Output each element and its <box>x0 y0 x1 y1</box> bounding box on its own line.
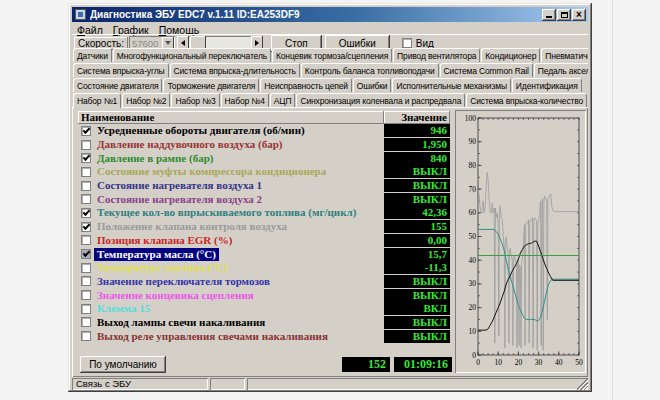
row-checkbox-checked[interactable] <box>81 153 91 163</box>
row-checkbox[interactable] <box>81 263 91 273</box>
table-row[interactable]: Температура топлива (°C)-11,3 <box>78 261 450 275</box>
row-label: Состояние нагревателя воздуха 1 <box>94 179 265 192</box>
checkbox-cell <box>78 208 94 218</box>
elapsed-time: 01:09:16 <box>394 357 452 372</box>
row-checkbox-checked[interactable] <box>81 222 91 232</box>
table-row[interactable]: Значение переключателя тормозовВЫКЛ <box>78 275 450 289</box>
chart-series-gray-jagged-trace <box>478 173 579 351</box>
tab[interactable]: АЦП <box>270 93 296 107</box>
row-checkbox[interactable] <box>81 181 91 191</box>
frame-counter: 152 <box>342 357 390 372</box>
row-checkbox[interactable] <box>81 140 91 150</box>
resize-grip[interactable] <box>577 379 588 390</box>
tab[interactable]: Система впрыска-длительность <box>170 63 300 77</box>
svg-text:50: 50 <box>469 232 477 241</box>
table-row[interactable]: Состояние муфты компрессора кондиционера… <box>78 165 450 179</box>
row-checkbox[interactable] <box>81 276 91 286</box>
table-row[interactable]: Положение клапана контроля воздуха155 <box>78 220 450 234</box>
close-button[interactable]: × <box>572 9 586 21</box>
svg-text:10: 10 <box>494 358 502 367</box>
tab[interactable]: Система впрыска-количество <box>466 93 587 107</box>
tab[interactable]: Неисправность цепей <box>260 78 352 92</box>
row-label: Значение переключателя тормозов <box>94 275 273 288</box>
table-row[interactable]: Давление в рампе (бар)840 <box>78 151 450 165</box>
row-checkbox[interactable] <box>81 167 91 177</box>
view-checkbox[interactable] <box>402 38 412 48</box>
tab-active[interactable]: Набор №1 <box>73 93 121 108</box>
svg-text:10: 10 <box>469 327 477 336</box>
table-row[interactable]: Выход лампы свечи накаливанияВЫКЛ <box>78 316 450 330</box>
row-label: Температура масла (°C) <box>94 248 219 261</box>
svg-text:30: 30 <box>535 358 543 367</box>
status-pane-2 <box>210 378 245 390</box>
table-row[interactable]: Выход реле управления свечами накаливани… <box>78 329 450 343</box>
tab[interactable]: Педаль акселератора <box>534 63 588 77</box>
row-checkbox-checked[interactable] <box>81 208 91 218</box>
row-checkbox[interactable] <box>81 290 91 300</box>
row-label: Текущее кол-во впрыскиваемого топлива (м… <box>94 206 359 219</box>
svg-text:0: 0 <box>472 351 476 360</box>
title-bar[interactable]: Диагностика ЭБУ EDC7 v.1.11 ID:EA253DF9 … <box>72 7 588 22</box>
row-checkbox[interactable] <box>81 331 91 341</box>
tab[interactable]: Пневматическая система <box>541 48 588 62</box>
table-row[interactable]: Клемма 15ВКЛ <box>78 302 450 316</box>
table-row[interactable]: Состояние нагревателя воздуха 1ВЫКЛ <box>78 179 450 193</box>
row-checkbox[interactable] <box>81 317 91 327</box>
status-connection-pane: Связь с ЭБУ <box>72 378 208 390</box>
tab[interactable]: Состояние двигателя <box>73 78 162 92</box>
tab[interactable]: Набор №3 <box>171 93 219 107</box>
tab[interactable]: Синхронизация коленвала и распредвала <box>296 93 465 107</box>
table-row[interactable]: Давление наддувочного воздуха (бар)1,950 <box>78 138 450 152</box>
checkbox-cell <box>78 249 94 259</box>
tab[interactable]: Исполнительные механизмы <box>392 78 510 92</box>
table-row[interactable]: Значение концевика сцепленияВЫКЛ <box>78 288 450 302</box>
checkbox-cell <box>78 263 94 273</box>
tab[interactable]: Набор №2 <box>122 93 170 107</box>
row-value: ВЫКЛ <box>384 275 450 288</box>
row-checkbox[interactable] <box>81 304 91 314</box>
row-label: Давление в рампе (бар) <box>94 152 216 165</box>
tab[interactable]: Кондиционер <box>481 48 540 62</box>
default-button[interactable]: По умолчанию <box>80 356 166 373</box>
table-row[interactable]: Состояние нагревателя воздуха 2ВЫКЛ <box>78 192 450 206</box>
app-window: Диагностика ЭБУ EDC7 v.1.11 ID:EA253DF9 … <box>68 3 592 392</box>
tab[interactable]: Концевик тормоза/сцепления <box>272 48 392 62</box>
row-checkbox-checked[interactable] <box>81 126 91 136</box>
svg-text:20: 20 <box>515 358 523 367</box>
tab[interactable]: Контроль баланса топливоподачи <box>301 63 439 77</box>
row-checkbox[interactable] <box>81 194 91 204</box>
header-value[interactable]: Значение <box>384 111 450 124</box>
tab[interactable]: Датчики <box>73 48 112 62</box>
table-row[interactable]: Усредненные обороты двигателя (об/мин)94… <box>78 124 450 138</box>
tab-row-3: Состояние двигателяТорможение двигателяН… <box>73 78 588 93</box>
svg-text:80: 80 <box>469 161 477 170</box>
row-value: ВКЛ <box>384 302 450 315</box>
tab[interactable]: Система Common Rail <box>440 63 533 77</box>
tab[interactable]: Ошибки <box>353 78 392 92</box>
arrow-left-icon <box>181 40 185 46</box>
row-value: 15,7 <box>384 248 450 261</box>
svg-text:0: 0 <box>476 358 480 367</box>
table-row[interactable]: Температура масла (°C)15,7 <box>78 247 450 261</box>
header-name[interactable]: Наименование <box>78 111 384 124</box>
table-row[interactable]: Позиция клапана EGR (%)0,00 <box>78 234 450 248</box>
maximize-button[interactable] <box>557 9 571 21</box>
tab[interactable]: Многофункциональный переключатель <box>113 48 271 62</box>
tab[interactable]: Идентификация <box>512 78 582 92</box>
chevron-down-icon <box>165 41 171 45</box>
tab[interactable]: Система впрыска-углы <box>73 63 169 77</box>
minimize-button[interactable] <box>542 9 556 21</box>
tab-row-2: Система впрыска-углыСистема впрыска-длит… <box>73 63 588 78</box>
row-value: ВЫКЛ <box>384 179 450 192</box>
arrow-right-icon <box>255 40 259 46</box>
tab[interactable]: Привод вентилятора <box>393 48 480 62</box>
row-value: ВЫКЛ <box>384 193 450 206</box>
checkbox-cell <box>78 276 94 286</box>
row-checkbox-checked[interactable] <box>81 249 91 259</box>
tab[interactable]: Торможение двигателя <box>163 78 259 92</box>
row-label: Значение концевика сцепления <box>94 289 257 302</box>
table-row[interactable]: Текущее кол-во впрыскиваемого топлива (м… <box>78 206 450 220</box>
tab[interactable]: Набор №4 <box>221 93 269 107</box>
row-checkbox[interactable] <box>81 235 91 245</box>
checkbox-cell <box>78 222 94 232</box>
